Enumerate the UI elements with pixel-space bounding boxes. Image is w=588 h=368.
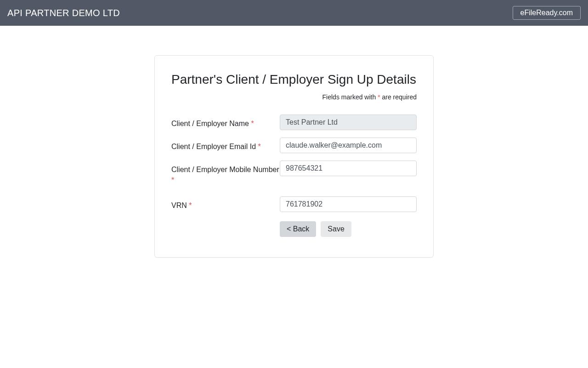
row-client-email: Client / Employer Email Id *: [171, 138, 417, 153]
label-vrn: VRN *: [171, 196, 280, 211]
row-client-mobile: Client / Employer Mobile Number *: [171, 161, 417, 185]
required-marker: *: [251, 120, 254, 127]
row-vrn: VRN *: [171, 196, 417, 212]
label-client-mobile: Client / Employer Mobile Number *: [171, 161, 280, 185]
row-client-name: Client / Employer Name *: [171, 115, 417, 130]
app-header: API PARTNER DEMO LTD eFileReady.com: [0, 0, 588, 26]
save-button[interactable]: Save: [321, 221, 351, 237]
header-title: API PARTNER DEMO LTD: [7, 8, 120, 18]
label-client-email: Client / Employer Email Id *: [171, 138, 280, 152]
input-vrn[interactable]: [280, 196, 417, 212]
input-client-mobile[interactable]: [280, 161, 417, 176]
required-note-suffix: are required: [380, 93, 417, 101]
required-marker: *: [171, 176, 174, 184]
input-client-name[interactable]: [280, 115, 417, 130]
required-marker: *: [258, 143, 261, 150]
required-marker: *: [189, 201, 192, 209]
main-content: Partner's Client / Employer Sign Up Deta…: [0, 26, 588, 258]
required-note-prefix: Fields marked with: [322, 93, 378, 101]
back-button[interactable]: < Back: [280, 221, 316, 237]
required-note: Fields marked with * are required: [171, 93, 417, 101]
efileready-link[interactable]: eFileReady.com: [513, 6, 581, 20]
button-row: < Back Save: [280, 221, 417, 237]
signup-card: Partner's Client / Employer Sign Up Deta…: [154, 55, 434, 258]
card-title: Partner's Client / Employer Sign Up Deta…: [171, 72, 417, 87]
input-client-email[interactable]: [280, 138, 417, 153]
label-client-name: Client / Employer Name *: [171, 115, 280, 129]
